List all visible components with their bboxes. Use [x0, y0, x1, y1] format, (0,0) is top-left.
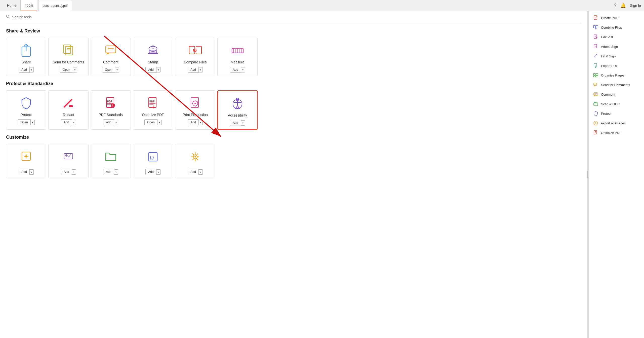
stamp-dropdown[interactable]: ▾	[156, 67, 160, 72]
folder-dropdown[interactable]: ▾	[114, 169, 118, 175]
section-protect-standardize: Protect & Standardize Protect Open ▾	[6, 81, 581, 130]
accessibility-add-button[interactable]: Add	[230, 120, 241, 126]
help-icon[interactable]: ?	[614, 3, 616, 8]
tool-card-comment[interactable]: Comment Open ▾	[91, 38, 131, 76]
sidebar-item-optimize-pdf[interactable]: Optimize PDF	[589, 128, 644, 137]
sidebar-item-export-pdf[interactable]: Export PDF	[589, 61, 644, 70]
tool-card-compare-files[interactable]: Compare Files Add ▾	[175, 38, 215, 76]
optimize-pdf-open-button[interactable]: Open	[144, 119, 157, 125]
tool-card-settings[interactable]: Add ▾	[175, 144, 215, 178]
sidebar-protect-icon	[593, 111, 598, 116]
redact-dropdown[interactable]: ▾	[72, 120, 76, 125]
tool-name-accessibility: Accessibility	[228, 113, 247, 117]
svg-rect-84	[594, 44, 597, 48]
share-add-button[interactable]: Add	[19, 67, 29, 73]
javascript-dropdown[interactable]: ▾	[156, 169, 160, 175]
sign-in-button[interactable]: Sign In	[630, 4, 641, 8]
folder-add-button[interactable]: Add	[103, 169, 114, 175]
nav-tab-home[interactable]: Home	[3, 0, 21, 11]
send-comments-icon	[61, 43, 76, 58]
tool-card-share[interactable]: Share Add ▾	[6, 38, 46, 76]
sidebar-item-comment[interactable]: Comment	[589, 90, 644, 99]
export-pdf-icon	[593, 63, 598, 68]
svg-line-47	[193, 101, 193, 102]
tool-card-pdf-standards[interactable]: PDF ! PDF Standards Add ▾	[91, 90, 131, 130]
tool-card-accessibility[interactable]: Accessibility Add ▾	[217, 90, 258, 130]
comment-open-button[interactable]: Open	[102, 67, 115, 73]
svg-rect-15	[149, 51, 157, 53]
sidebar-item-adobe-sign[interactable]: Adobe Sign	[589, 42, 644, 51]
pdf-standards-dropdown[interactable]: ▾	[114, 120, 118, 125]
tool-card-javascript[interactable]: {;} Add ▾	[133, 144, 173, 178]
send-comments-open-button[interactable]: Open	[60, 67, 73, 73]
tool-card-action-wizard[interactable]: Add ▾	[6, 144, 46, 178]
nav-tab-file[interactable]: pets report(1).pdf	[38, 0, 72, 11]
svg-point-49	[194, 103, 196, 104]
tool-btn-wrap-accessibility: Add ▾	[230, 120, 245, 126]
redact-add-button[interactable]: Add	[61, 119, 72, 125]
custom-stamp-add-button[interactable]: Add	[61, 169, 72, 175]
search-input[interactable]	[12, 15, 62, 19]
sidebar-item-export-images[interactable]: export all images	[589, 118, 644, 128]
tool-card-optimize-pdf[interactable]: PDF Optimize PDF Open ▾	[133, 90, 173, 130]
tool-card-protect[interactable]: Protect Open ▾	[6, 90, 46, 130]
tool-name-pdf-standards: PDF Standards	[99, 113, 123, 117]
tool-card-redact[interactable]: Redact Add ▾	[48, 90, 89, 130]
section-title-share-review: Share & Review	[6, 28, 581, 34]
measure-add-button[interactable]: Add	[230, 67, 241, 73]
settings-add-button[interactable]: Add	[188, 169, 198, 175]
nav-icons: ? 🔔 Sign In	[614, 3, 641, 8]
section-title-protect-standardize: Protect & Standardize	[6, 81, 581, 86]
section-share-review: Share & Review Share A	[6, 28, 581, 76]
optimize-pdf-dropdown[interactable]: ▾	[157, 120, 162, 125]
sidebar-item-fill-sign[interactable]: Fill & Sign	[589, 51, 644, 61]
tool-name-print-production: Print Production	[183, 113, 208, 117]
action-wizard-add-button[interactable]: Add	[19, 169, 29, 175]
sidebar-item-combine-files[interactable]: Combine Files	[589, 23, 644, 32]
tool-btn-wrap-protect: Open ▾	[18, 119, 34, 125]
svg-text:{;}: {;}	[150, 156, 154, 160]
compare-files-dropdown[interactable]: ▾	[199, 67, 203, 72]
tool-card-measure[interactable]: Measure Add ▾	[217, 38, 258, 76]
svg-rect-91	[596, 76, 598, 77]
pdf-standards-add-button[interactable]: Add	[103, 119, 114, 125]
tool-name-redact: Redact	[63, 113, 74, 117]
tool-name-measure: Measure	[231, 60, 244, 64]
compare-files-add-button[interactable]: Add	[188, 67, 198, 73]
tool-btn-wrap-settings: Add ▾	[188, 169, 203, 175]
print-production-dropdown[interactable]: ▾	[199, 120, 203, 125]
tool-card-custom-stamp[interactable]: Add ▾	[48, 144, 89, 178]
svg-rect-28	[69, 105, 73, 107]
measure-dropdown[interactable]: ▾	[241, 67, 245, 72]
sidebar-item-scan-ocr[interactable]: Scan & OCR	[589, 99, 644, 109]
sidebar-item-create-pdf[interactable]: Create PDF	[589, 13, 644, 23]
tools-grid-protect-standardize: Protect Open ▾	[6, 90, 581, 130]
send-comments-dropdown[interactable]: ▾	[73, 67, 77, 72]
action-wizard-dropdown[interactable]: ▾	[30, 169, 34, 175]
sidebar-item-organize-pages[interactable]: Organize Pages	[589, 70, 644, 80]
tool-card-send-comments[interactable]: Send for Comments Open ▾	[48, 38, 89, 76]
tool-card-print-production[interactable]: Print Production Add ▾	[175, 90, 215, 130]
comment-dropdown[interactable]: ▾	[115, 67, 119, 72]
sidebar-item-edit-pdf[interactable]: Edit PDF	[589, 32, 644, 42]
tool-card-stamp[interactable]: Stamp Add ▾	[133, 38, 173, 76]
search-bar	[6, 11, 581, 23]
nav-tab-tools[interactable]: Tools	[21, 0, 37, 11]
bell-icon[interactable]: 🔔	[620, 3, 626, 8]
tools-grid-share-review: Share Add ▾	[6, 38, 581, 76]
stamp-add-button[interactable]: Add	[145, 67, 156, 73]
action-wizard-icon	[19, 149, 34, 164]
settings-dropdown[interactable]: ▾	[199, 169, 203, 175]
protect-open-button[interactable]: Open	[18, 119, 30, 125]
javascript-add-button[interactable]: Add	[145, 169, 156, 175]
accessibility-dropdown[interactable]: ▾	[241, 120, 245, 126]
sidebar-item-protect[interactable]: Protect	[589, 109, 644, 118]
custom-stamp-dropdown[interactable]: ▾	[72, 169, 76, 175]
sidebar-item-send-comments[interactable]: Send for Comments	[589, 80, 644, 90]
print-production-add-button[interactable]: Add	[188, 119, 198, 125]
protect-dropdown[interactable]: ▾	[31, 120, 35, 125]
tool-card-folder[interactable]: Add ▾	[91, 144, 131, 178]
svg-rect-79	[596, 25, 598, 28]
sidebar-label-combine-files: Combine Files	[601, 26, 622, 29]
share-add-dropdown[interactable]: ▾	[30, 67, 34, 72]
